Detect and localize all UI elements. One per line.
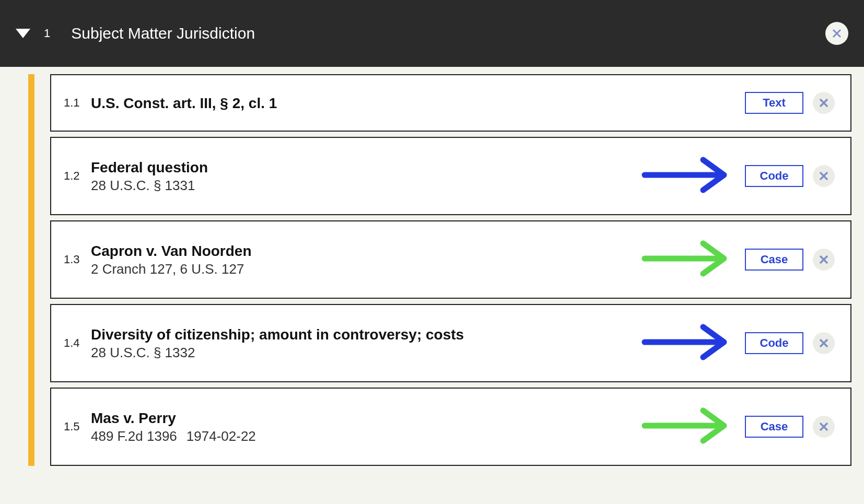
close-icon bbox=[819, 254, 829, 265]
item-number: 1.3 bbox=[64, 253, 91, 266]
close-section-button[interactable] bbox=[825, 22, 848, 45]
item-citation: 28 U.S.C. § 1331 bbox=[91, 178, 195, 193]
header-left: 1 Subject Matter Jurisdiction bbox=[16, 25, 255, 42]
close-icon bbox=[819, 338, 829, 348]
item-subtitle: 28 U.S.C. § 1332 bbox=[91, 345, 464, 361]
item-body: U.S. Const. art. III, § 2, cl. 1 bbox=[91, 94, 277, 112]
annotation-arrow-icon bbox=[640, 153, 734, 197]
list-item[interactable]: 1.4Diversity of citizenship; amount in c… bbox=[50, 304, 851, 382]
item-body: Capron v. Van Noorden2 Cranch 127, 6 U.S… bbox=[91, 242, 252, 277]
close-icon bbox=[819, 171, 829, 181]
remove-item-button[interactable] bbox=[813, 165, 835, 187]
item-body: Mas v. Perry489 F.2d 13961974-02-22 bbox=[91, 409, 256, 444]
remove-item-button[interactable] bbox=[813, 332, 835, 354]
list-item[interactable]: 1.3Capron v. Van Noorden2 Cranch 127, 6 … bbox=[50, 220, 851, 299]
item-number: 1.4 bbox=[64, 336, 91, 350]
list-item[interactable]: 1.2Federal question28 U.S.C. § 1331 Code bbox=[50, 137, 851, 215]
item-citation: 489 F.2d 1396 bbox=[91, 428, 177, 444]
item-number: 1.1 bbox=[64, 96, 91, 110]
item-title: Mas v. Perry bbox=[91, 409, 256, 427]
remove-item-button[interactable] bbox=[813, 92, 835, 114]
item-title: Capron v. Van Noorden bbox=[91, 242, 252, 260]
item-title: Diversity of citizenship; amount in cont… bbox=[91, 325, 464, 344]
remove-item-button[interactable] bbox=[813, 249, 835, 271]
remove-item-button[interactable] bbox=[813, 416, 835, 438]
type-tag-button[interactable]: Code bbox=[745, 332, 803, 354]
close-icon bbox=[832, 28, 842, 39]
annotation-arrow-icon bbox=[640, 320, 734, 365]
item-subtitle: 489 F.2d 13961974-02-22 bbox=[91, 428, 256, 444]
item-citation: 28 U.S.C. § 1332 bbox=[91, 345, 195, 360]
annotation-arrow bbox=[640, 153, 734, 200]
item-number: 1.2 bbox=[64, 169, 91, 183]
item-title: U.S. Const. art. III, § 2, cl. 1 bbox=[91, 94, 277, 112]
collapse-icon[interactable] bbox=[16, 29, 30, 38]
item-date: 1974-02-22 bbox=[186, 428, 256, 444]
section-header: 1 Subject Matter Jurisdiction bbox=[0, 0, 864, 67]
list-item[interactable]: 1.5Mas v. Perry489 F.2d 13961974-02-22 C… bbox=[50, 388, 851, 466]
type-tag-button[interactable]: Code bbox=[745, 165, 803, 187]
section-accent-bar bbox=[28, 74, 34, 466]
item-citation: 2 Cranch 127, 6 U.S. 127 bbox=[91, 261, 244, 277]
type-tag-button[interactable]: Case bbox=[745, 249, 803, 271]
item-subtitle: 2 Cranch 127, 6 U.S. 127 bbox=[91, 261, 252, 277]
annotation-arrow bbox=[640, 320, 734, 367]
item-subtitle: 28 U.S.C. § 1331 bbox=[91, 178, 208, 194]
list-item[interactable]: 1.1U.S. Const. art. III, § 2, cl. 1Text bbox=[50, 74, 851, 132]
item-body: Federal question28 U.S.C. § 1331 bbox=[91, 158, 208, 194]
items-list: 1.1U.S. Const. art. III, § 2, cl. 1Text … bbox=[50, 74, 851, 466]
annotation-arrow bbox=[640, 236, 734, 283]
type-tag-button[interactable]: Case bbox=[745, 416, 803, 438]
type-tag-button[interactable]: Text bbox=[745, 92, 803, 114]
item-number: 1.5 bbox=[64, 420, 91, 433]
annotation-arrow-icon bbox=[640, 236, 734, 281]
annotation-arrow bbox=[640, 403, 734, 450]
section-number: 1 bbox=[44, 27, 50, 40]
item-title: Federal question bbox=[91, 158, 208, 177]
content-area: 1.1U.S. Const. art. III, § 2, cl. 1Text … bbox=[0, 67, 864, 466]
annotation-arrow-icon bbox=[640, 403, 734, 448]
close-icon bbox=[819, 421, 829, 432]
item-body: Diversity of citizenship; amount in cont… bbox=[91, 325, 464, 361]
section-title: Subject Matter Jurisdiction bbox=[71, 25, 255, 42]
close-icon bbox=[819, 98, 829, 108]
